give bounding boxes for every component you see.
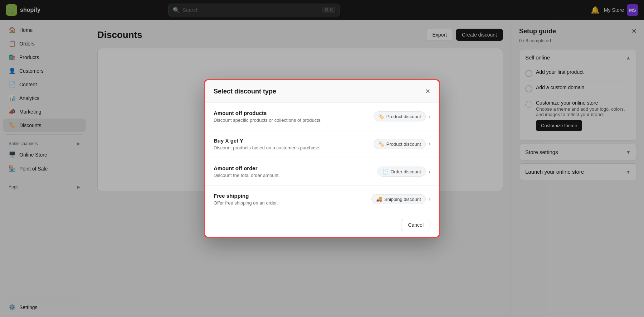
discount-desc-amount-off-order: Discount the total order amount. [214,173,377,178]
discount-name-buy-x-get-y: Buy X get Y [214,138,374,144]
product-discount-badge-1: 🏷️ Product discount [374,111,426,121]
order-discount-badge-icon: 🧾 [382,169,388,174]
select-discount-type-modal: Select discount type ✕ Amount off produc… [204,79,440,238]
discount-option-amount-off-order[interactable]: Amount off order Discount the total orde… [205,158,439,186]
discount-info-amount-off-order: Amount off order Discount the total orde… [214,165,377,178]
modal-title: Select discount type [214,88,276,95]
discount-desc-free-shipping: Offer free shipping on an order. [214,200,371,206]
discount-info-buy-x-get-y: Buy X get Y Discount products based on a… [214,138,374,150]
discount-desc-buy-x-get-y: Discount products based on a customer's … [214,145,374,150]
modal-header: Select discount type ✕ [205,80,439,103]
discount-info-free-shipping: Free shipping Offer free shipping on an … [214,193,371,206]
free-shipping-chevron-icon: › [429,196,430,202]
discount-desc-amount-off-products: Discount specific products or collection… [214,117,374,123]
order-discount-badge-label: Order discount [390,169,421,174]
buy-x-get-y-chevron-icon: › [429,141,430,147]
discount-option-free-shipping[interactable]: Free shipping Offer free shipping on an … [205,186,439,213]
modal-overlay: Select discount type ✕ Amount off produc… [0,0,644,317]
discount-name-amount-off-order: Amount off order [214,165,377,171]
discount-info-amount-off-products: Amount off products Discount specific pr… [214,110,374,123]
product-discount-badge-2: 🏷️ Product discount [374,139,426,149]
shipping-discount-badge: 🚚 Shipping discount [371,194,426,204]
discount-option-amount-off-products[interactable]: Amount off products Discount specific pr… [205,103,439,130]
modal-cancel-button[interactable]: Cancel [401,219,430,231]
discount-name-free-shipping: Free shipping [214,193,371,199]
discount-option-buy-x-get-y[interactable]: Buy X get Y Discount products based on a… [205,130,439,158]
shipping-discount-badge-label: Shipping discount [384,197,421,202]
amount-off-products-chevron-icon: › [429,113,430,120]
order-discount-badge: 🧾 Order discount [377,167,425,177]
product-discount-badge-label-1: Product discount [386,114,421,119]
modal-body: Amount off products Discount specific pr… [205,103,439,213]
product-discount-badge-icon-1: 🏷️ [378,114,384,119]
modal-close-button[interactable]: ✕ [425,87,430,95]
shipping-discount-badge-icon: 🚚 [376,196,382,202]
product-discount-badge-label-2: Product discount [386,141,421,147]
amount-off-order-chevron-icon: › [429,168,430,175]
product-discount-badge-icon-2: 🏷️ [378,141,384,147]
modal-footer: Cancel [205,213,439,237]
discount-name-amount-off-products: Amount off products [214,110,374,116]
